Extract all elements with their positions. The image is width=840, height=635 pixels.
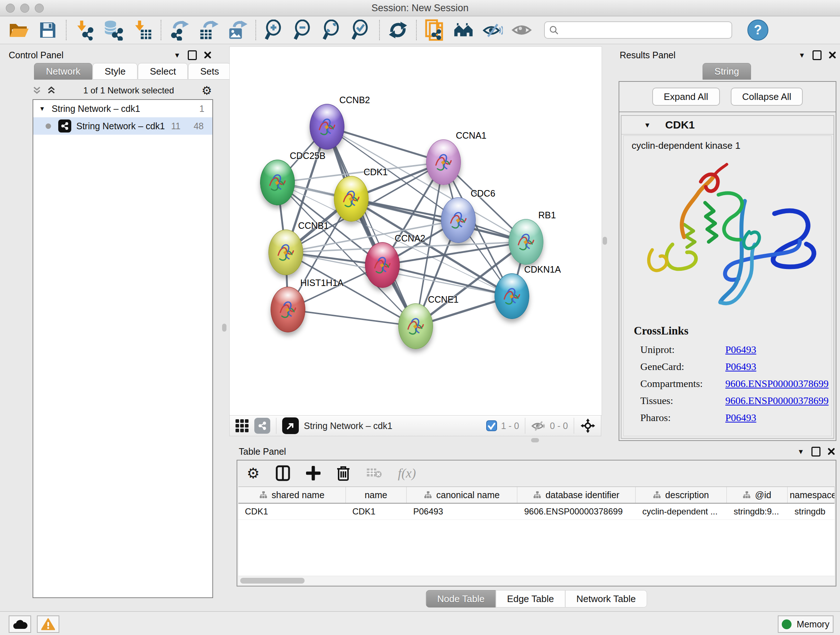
- tab-select[interactable]: Select: [138, 63, 188, 80]
- expand-all-button[interactable]: Expand All: [652, 88, 720, 106]
- float-panel-icon[interactable]: [812, 447, 821, 456]
- network-node-CCNA1[interactable]: [426, 139, 461, 185]
- import-table-file-button[interactable]: [133, 20, 153, 40]
- selected-checkbox-icon[interactable]: [486, 420, 497, 432]
- network-node-CDK1[interactable]: [334, 176, 369, 222]
- float-panel-icon[interactable]: [813, 50, 821, 60]
- edge-CCNB2-CCNA1[interactable]: [327, 127, 444, 162]
- panel-menu-icon[interactable]: ▼: [174, 52, 180, 59]
- crosslink-value[interactable]: 9606.ENSP00000378699: [725, 378, 829, 390]
- network-node-CCNB2[interactable]: [309, 104, 344, 149]
- cell-namespace[interactable]: stringdb: [788, 504, 835, 519]
- export-table-button[interactable]: [198, 20, 218, 40]
- zoom-window-button[interactable]: [35, 4, 44, 13]
- show-columns-icon[interactable]: [276, 465, 290, 481]
- network-node-CCNE1[interactable]: [398, 303, 433, 349]
- close-window-button[interactable]: [6, 4, 15, 13]
- search-box[interactable]: [544, 21, 732, 39]
- edge-HIST1H1A-CCNE1[interactable]: [288, 310, 416, 326]
- add-column-icon[interactable]: [306, 466, 321, 480]
- tab-sets[interactable]: Sets: [188, 63, 231, 80]
- table-row[interactable]: CDK1CDK1P064939606.ENSP00000378699cyclin…: [238, 504, 835, 520]
- grid-view-icon[interactable]: [235, 418, 249, 433]
- export-image-button[interactable]: [227, 20, 248, 40]
- crosslink-value[interactable]: P06493: [725, 412, 756, 424]
- collection-expander-icon[interactable]: ▼: [39, 106, 45, 112]
- cell--id[interactable]: stringdb:9...: [727, 504, 788, 519]
- export-network-button[interactable]: [169, 20, 189, 40]
- search-input[interactable]: [561, 25, 727, 35]
- table-horizontal-scrollbar[interactable]: [238, 576, 835, 585]
- close-panel-icon[interactable]: [829, 51, 836, 59]
- column-header-description[interactable]: description: [636, 487, 727, 503]
- edge-CCNA2-CDKN1A[interactable]: [382, 265, 512, 296]
- scrollbar-thumb[interactable]: [240, 578, 305, 584]
- tab-network-table[interactable]: Network Table: [565, 590, 647, 608]
- zoom-in-button[interactable]: [264, 20, 284, 40]
- column-header-shared-name[interactable]: shared name: [238, 487, 346, 503]
- minimize-window-button[interactable]: [20, 4, 29, 13]
- float-panel-icon[interactable]: [188, 50, 197, 60]
- delete-column-icon[interactable]: [336, 465, 350, 481]
- tab-network[interactable]: Network: [34, 63, 92, 80]
- import-network-database-button[interactable]: [103, 20, 124, 40]
- column-header-name[interactable]: name: [346, 487, 407, 503]
- panel-menu-icon[interactable]: ▼: [798, 52, 805, 59]
- gene-section-header[interactable]: ▼ CDK1: [622, 116, 834, 135]
- zoom-selected-button[interactable]: [351, 20, 371, 40]
- warnings-button[interactable]: [37, 616, 59, 633]
- network-node-CCNB1[interactable]: [268, 230, 303, 275]
- tab-string[interactable]: String: [703, 63, 751, 80]
- first-neighbors-button[interactable]: [454, 20, 474, 40]
- column-header-namespace[interactable]: namespace: [788, 487, 835, 503]
- detach-view-button[interactable]: [282, 417, 299, 434]
- memory-button[interactable]: Memory: [778, 616, 834, 633]
- cell-database-identifier[interactable]: 9606.ENSP00000378699: [518, 504, 636, 519]
- network-node-CDC6[interactable]: [441, 197, 476, 243]
- birdseye-navigator-icon[interactable]: [580, 418, 596, 434]
- cell-shared-name[interactable]: CDK1: [238, 504, 346, 519]
- column-header-canonical-name[interactable]: canonical name: [407, 487, 518, 503]
- tab-node-table[interactable]: Node Table: [426, 590, 496, 608]
- crosslink-value[interactable]: P06493: [725, 344, 756, 356]
- panel-resize-handle[interactable]: [531, 438, 539, 442]
- zoom-out-button[interactable]: [293, 20, 313, 40]
- network-node-HIST1H1A[interactable]: [271, 287, 305, 333]
- tab-style[interactable]: Style: [93, 63, 137, 80]
- tab-edge-table[interactable]: Edge Table: [496, 590, 565, 608]
- zoom-fit-button[interactable]: [322, 20, 342, 40]
- collapse-all-button[interactable]: Collapse All: [731, 88, 803, 106]
- network-row-selected[interactable]: String Network – cdk1 11 48: [33, 117, 212, 135]
- network-options-gear-icon[interactable]: ⚙: [202, 85, 212, 96]
- network-node-RB1[interactable]: [508, 219, 543, 264]
- network-node-CDC25B[interactable]: [260, 160, 295, 205]
- section-expander-icon[interactable]: ▼: [644, 122, 651, 128]
- help-button[interactable]: ?: [747, 19, 768, 41]
- close-panel-icon[interactable]: [828, 448, 835, 455]
- close-panel-icon[interactable]: [204, 51, 211, 59]
- cloud-status-button[interactable]: [9, 616, 31, 633]
- apply-layout-button[interactable]: [388, 20, 408, 40]
- column-header-database-identifier[interactable]: database identifier: [517, 487, 635, 503]
- show-all-button[interactable]: [512, 20, 532, 40]
- cell-name[interactable]: CDK1: [346, 504, 407, 519]
- edge-CCNB2-CCNE1[interactable]: [327, 127, 416, 326]
- panel-resize-handle[interactable]: [603, 237, 607, 245]
- expand-all-icon[interactable]: [47, 86, 56, 95]
- network-canvas[interactable]: CCNB2 CCNA1 CDC25B CDK1 CDC6 RB1 CCNB1 C…: [229, 46, 602, 416]
- cell-canonical-name[interactable]: P06493: [407, 504, 518, 519]
- network-node-CCNA2[interactable]: [365, 242, 400, 288]
- hide-selected-button[interactable]: [483, 20, 503, 40]
- hidden-eye-icon[interactable]: [531, 420, 546, 432]
- import-network-file-button[interactable]: [74, 20, 95, 40]
- network-view-icon[interactable]: [254, 418, 270, 434]
- cell-description[interactable]: cyclin-dependent ...: [636, 504, 727, 519]
- network-node-CDKN1A[interactable]: [494, 273, 529, 319]
- open-session-button[interactable]: [9, 20, 29, 40]
- save-session-button[interactable]: [38, 20, 58, 40]
- collapse-all-icon[interactable]: [33, 86, 41, 95]
- clone-network-button[interactable]: [425, 20, 445, 40]
- panel-resize-handle[interactable]: [222, 324, 226, 332]
- table-options-gear-icon[interactable]: ⚙: [247, 466, 260, 480]
- panel-menu-icon[interactable]: ▼: [797, 448, 804, 455]
